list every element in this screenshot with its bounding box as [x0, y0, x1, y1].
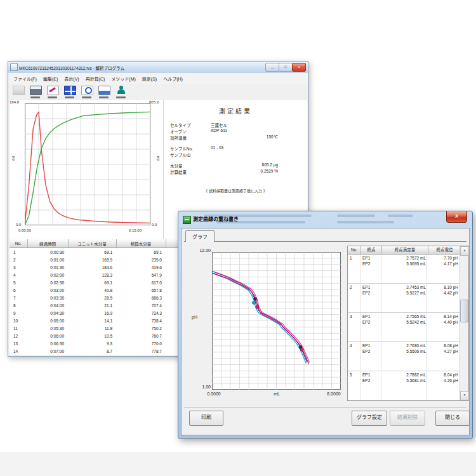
close-button[interactable]: 閉じる	[435, 411, 470, 426]
result-row: 計算結果0.2529 %	[169, 169, 302, 175]
scrollbar-thumb[interactable]	[460, 300, 468, 322]
ep-table-body: 1EP12.7572 mL7.70 pHEP25.5695 mL4.17 pH2…	[348, 255, 460, 400]
cell-grid-icon[interactable]	[62, 85, 77, 99]
ep-cell: 8.14 pH	[426, 314, 460, 320]
result-row: サンプルNo.01 - 03	[169, 145, 302, 152]
ep-line: EP25.5506 mL4.27 pH	[360, 349, 460, 355]
app-icon	[10, 63, 18, 71]
table-cell: 69.1	[68, 279, 116, 286]
y-axis-label: pH	[192, 315, 197, 319]
ep-group[interactable]: 3EP12.7565 mL8.14 pHEP25.5242 mL4.40 pH	[348, 313, 460, 342]
column-header[interactable]: 終点	[361, 246, 382, 255]
ep-group[interactable]: 5EP12.7882 mL8.04 pHEP25.5681 mL4.26 pH	[348, 371, 460, 400]
column-header[interactable]: 終点滴定量	[382, 246, 428, 255]
graph-settings-button[interactable]: グラフ設定	[352, 411, 387, 426]
table-cell: 686.3	[116, 294, 166, 301]
table-cell: 69.1	[68, 248, 116, 256]
table-cell: 9.3	[68, 340, 116, 347]
ep-line: EP25.5695 mL4.17 pH	[360, 261, 460, 267]
menu-item[interactable]: 表示(V)	[61, 74, 82, 83]
ep-line: EP25.5681 mL4.26 pH	[360, 378, 460, 384]
table-cell: 760.7	[116, 332, 166, 340]
table-cell: 4	[10, 271, 27, 279]
graph-pen-icon[interactable]	[45, 85, 60, 99]
table-cell: 0:04:00	[27, 301, 68, 309]
result-row: セルタイプ三連セル	[169, 122, 302, 128]
table-cell: 0:02:00	[27, 271, 68, 279]
scroll-down-icon[interactable]: ▼	[460, 391, 469, 400]
ep-group-number: 4	[348, 342, 360, 371]
result-value: 01 - 03	[211, 145, 223, 150]
scroll-up-icon[interactable]: ▲	[460, 246, 469, 256]
ep-lines: EP12.7572 mL7.70 pHEP25.5695 mL4.17 pH	[360, 255, 460, 283]
column-header[interactable]: 経過時間	[27, 239, 68, 248]
ep-cell: 7.70 pH	[426, 256, 460, 261]
result-row: サンプルID	[169, 152, 302, 158]
print-icon[interactable]	[28, 85, 43, 99]
ep-group[interactable]: 4EP12.7680 mL8.08 pHEP25.5506 mL4.27 pH	[348, 342, 460, 371]
table-cell: 7	[10, 294, 27, 301]
ep-line: EP12.7680 mL8.08 pH	[360, 343, 460, 349]
table-cell: 128.3	[68, 271, 116, 279]
ep-cell: 8.10 pH	[426, 285, 460, 291]
ep-cell: 4.27 pH	[426, 349, 460, 355]
close-icon[interactable]: x	[446, 211, 467, 223]
menu-item[interactable]: 再計算(C)	[83, 74, 109, 83]
menu-item[interactable]: 編集(E)	[40, 74, 61, 83]
back-window-titlebar[interactable]: MKC6109723124520130301174312.rvc - 解析プログ…	[8, 62, 308, 74]
ep-cell: 5.5695 mL	[381, 261, 426, 267]
menu-item[interactable]: 設定(S)	[139, 74, 160, 83]
menu-item[interactable]: ヘルプ(H)	[160, 74, 186, 83]
table-cell: 28.5	[68, 294, 116, 301]
print-button[interactable]: 印刷	[189, 411, 223, 426]
menu-item[interactable]: メソッド(M)	[108, 74, 139, 83]
graph-report-icon[interactable]	[96, 85, 112, 99]
result-row: 水分量805.2 μg	[169, 162, 302, 169]
glass-blur-streak	[337, 215, 375, 217]
table-cell: 11	[10, 324, 27, 332]
left-axis-unit-label: μg	[12, 156, 16, 161]
ep-lines: EP12.7882 mL8.04 pHEP25.5681 mL4.26 pH	[360, 371, 460, 400]
glass-blur-streak	[337, 221, 394, 223]
table-cell: 40.8	[68, 286, 116, 294]
table-cell: 778.7	[116, 347, 166, 355]
column-header[interactable]: No.	[348, 246, 361, 255]
column-header[interactable]: 積算水分量	[116, 239, 166, 248]
table-cell: 8	[10, 301, 27, 309]
maximize-button[interactable]: □	[279, 63, 293, 72]
results-title: 測定結果	[164, 106, 307, 116]
ep-line: EP12.7572 mL7.70 pH	[360, 256, 460, 261]
user-icon[interactable]	[114, 85, 129, 99]
vertical-scrollbar[interactable]: ▲ ▼	[459, 246, 468, 400]
moisture-chart-panel: 194.8 805.3 0.0 0.0 μg μg 0:00:00 0:15:0…	[10, 100, 163, 239]
ep-group[interactable]: 1EP12.7572 mL7.70 pHEP25.5695 mL4.17 pH	[348, 255, 460, 284]
tab-graph[interactable]: グラフ	[185, 230, 215, 242]
result-value: 三連セル	[211, 122, 227, 128]
table-cell: 165.9	[68, 256, 116, 263]
menu-item[interactable]: ファイル(F)	[10, 74, 40, 83]
column-header[interactable]: ユニット水分量	[68, 239, 116, 248]
remeasure-icon[interactable]	[79, 85, 95, 99]
ep-cell: 2.7565 mL	[381, 314, 426, 320]
ep-lines: EP12.7565 mL8.14 pHEP25.5242 mL4.40 pH	[360, 313, 460, 341]
close-icon[interactable]: x	[292, 63, 306, 72]
menu-bar: ファイル(F)編集(E)表示(V)再計算(C)メソッド(M)設定(S)ヘルプ(H…	[8, 73, 308, 84]
column-header[interactable]: 終点電位	[428, 246, 461, 255]
ep-group[interactable]: 2EP12.7453 mL8.10 pHEP25.5227 mL4.42 pH	[348, 284, 460, 313]
bottom-divider	[184, 407, 466, 408]
column-header[interactable]: No.	[10, 239, 27, 248]
table-cell: 14.1	[68, 317, 116, 324]
x-axis-start-label: 0.0000	[202, 392, 226, 396]
minimize-button[interactable]: _	[265, 63, 279, 72]
right-axis-unit-label: μg	[157, 156, 161, 161]
right-axis-max-label: 805.3	[149, 100, 159, 104]
ep-line: EP12.7565 mL8.14 pH	[360, 314, 460, 320]
table-cell: 0:06:30	[27, 340, 68, 347]
result-value: 0.2529 %	[211, 169, 278, 173]
right-axis-min-label: 0.0	[152, 223, 157, 227]
tab-divider	[184, 241, 466, 242]
delete-results-button: 結果削除	[390, 411, 425, 426]
front-window-titlebar[interactable]: 測定曲線の重ね書き x	[178, 211, 472, 227]
table-cell: 11.8	[68, 324, 116, 332]
chart-icon-disabled	[11, 85, 26, 99]
